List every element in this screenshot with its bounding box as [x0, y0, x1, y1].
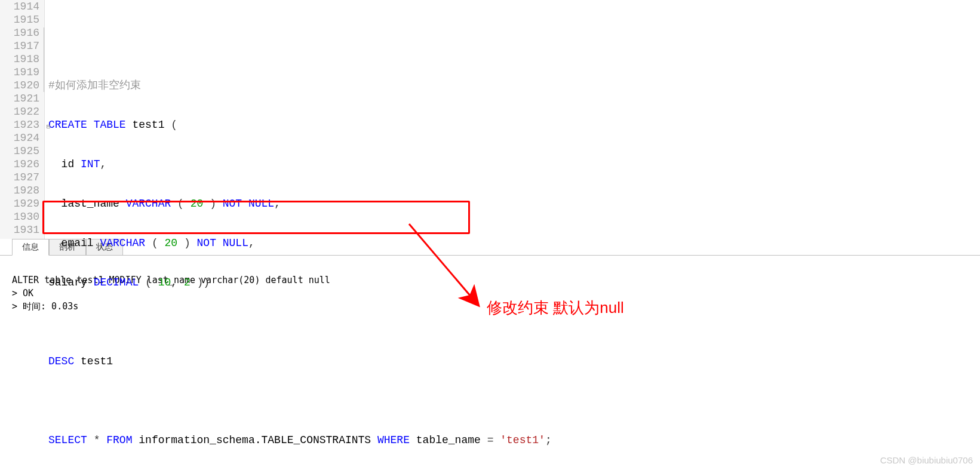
keyword: NULL: [223, 237, 248, 249]
identifier: id: [62, 158, 75, 170]
keyword: FROM: [106, 434, 132, 446]
tab-info[interactable]: 信息: [12, 239, 49, 256]
identifier: test1: [132, 119, 164, 131]
type: VARCHAR: [100, 237, 145, 249]
keyword: DESC: [48, 355, 74, 367]
keyword: SELECT: [48, 434, 87, 446]
number: 10: [158, 277, 171, 288]
keyword: CREATE: [48, 119, 87, 131]
line-number: 1921: [0, 92, 39, 105]
identifier: email: [62, 237, 94, 249]
identifier: salary: [48, 277, 87, 288]
type: VARCHAR: [126, 198, 171, 210]
line-number: 1920: [0, 79, 39, 92]
operator: =: [487, 434, 494, 446]
annotation-label: 修改约束 默认为null: [487, 297, 624, 318]
line-gutter: 1914 1915 1916 1917 1918 1919 1920 1921 …: [0, 0, 45, 239]
line-number: 1915: [0, 13, 39, 26]
paren: ): [184, 237, 191, 249]
semicolon: ;: [545, 434, 552, 446]
number: 20: [191, 198, 204, 210]
code-content[interactable]: #如何添加非空约束 ⊟CREATE TABLE test1 ( id INT, …: [45, 0, 980, 239]
paren: ): [210, 198, 216, 210]
code-line[interactable]: [48, 394, 980, 407]
comma: ,: [274, 198, 281, 210]
keyword: NOT: [197, 237, 216, 249]
line-number: 1914: [0, 0, 39, 13]
number: 2: [184, 277, 191, 288]
line-number: 1923: [0, 118, 39, 131]
paren: (: [145, 277, 152, 288]
code-line[interactable]: DESC test1: [48, 355, 980, 368]
star: *: [94, 434, 100, 446]
paren: (: [152, 237, 158, 249]
code-line[interactable]: last_name VARCHAR ( 20 ) NOT NULL,: [48, 197, 980, 210]
code-line[interactable]: [48, 39, 980, 53]
code-editor[interactable]: 1914 1915 1916 1917 1918 1919 1920 1921 …: [0, 0, 980, 239]
line-number: 1918: [0, 53, 39, 66]
watermark-text: CSDN @biubiubiu0706: [880, 455, 973, 465]
line-number: 1930: [0, 210, 39, 223]
paren: (: [171, 119, 177, 131]
comment-text: #如何添加非空约束: [48, 79, 141, 91]
identifier: last_name: [62, 198, 119, 210]
output-line: > OK: [12, 288, 33, 299]
identifier: information_schema.TABLE_CONSTRAINTS: [139, 434, 371, 446]
keyword: TABLE: [94, 119, 126, 131]
comma: ,: [100, 158, 106, 170]
keyword: WHERE: [377, 434, 410, 446]
paren: (: [177, 198, 184, 210]
identifier: table_name: [416, 434, 481, 446]
keyword: NULL: [248, 198, 274, 210]
string: 'test1': [500, 434, 545, 446]
line-number: 1922: [0, 105, 39, 118]
line-number: 1917: [0, 39, 39, 53]
number: 20: [165, 237, 178, 249]
code-line[interactable]: SELECT * FROM information_schema.TABLE_C…: [48, 434, 980, 447]
paren: )): [197, 277, 210, 288]
line-number: 1928: [0, 184, 39, 197]
line-number: 1927: [0, 171, 39, 184]
line-number: 1919: [0, 66, 39, 79]
code-line[interactable]: id INT,: [48, 158, 980, 171]
line-number: 1925: [0, 145, 39, 158]
type: DECIMAL: [94, 277, 139, 288]
keyword: NOT: [223, 198, 242, 210]
line-number: 1926: [0, 158, 39, 171]
identifier: test1: [81, 355, 113, 367]
code-line[interactable]: ⊟CREATE TABLE test1 (: [48, 118, 980, 131]
type: INT: [81, 158, 100, 170]
line-number: 1929: [0, 197, 39, 210]
line-number: 1916: [0, 26, 39, 39]
line-number: 1924: [0, 131, 39, 145]
code-line[interactable]: salary DECIMAL ( 10, 2 )): [48, 276, 980, 289]
line-number: 1931: [0, 223, 39, 236]
comma: ,: [248, 237, 255, 249]
code-line[interactable]: email VARCHAR ( 20 ) NOT NULL,: [48, 236, 980, 250]
comma: ,: [171, 277, 177, 288]
fold-minus-icon[interactable]: ⊟: [45, 120, 52, 133]
code-line[interactable]: #如何添加非空约束: [48, 79, 980, 92]
